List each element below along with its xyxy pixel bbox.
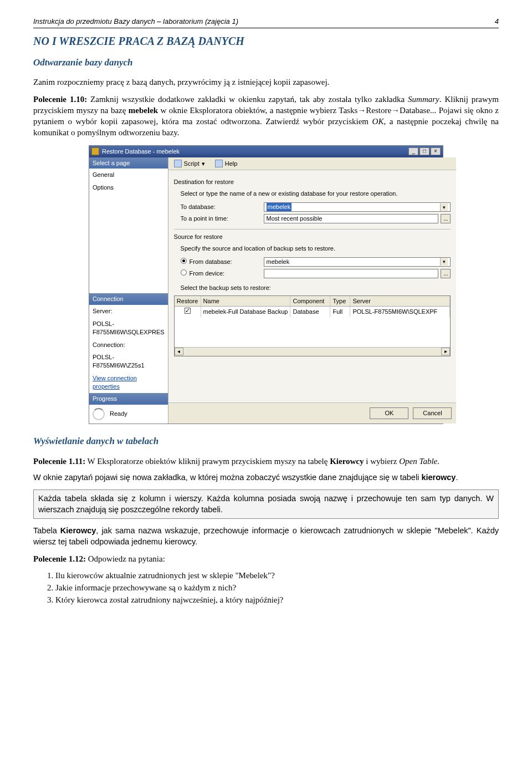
t: Odpowiedz na pytania:	[86, 554, 165, 563]
cell-server: POLSL-F8755MI6W\SQLEXPF	[350, 307, 450, 317]
from-device-radio[interactable]	[181, 269, 187, 276]
backup-sets-grid[interactable]: Restore Name Component Type Server mebel…	[174, 295, 451, 356]
t: OK	[372, 117, 384, 126]
script-icon	[174, 160, 182, 167]
list-item: Ilu kierowców aktualnie zatrudnionych je…	[55, 570, 499, 581]
restore-checkbox[interactable]	[185, 308, 191, 314]
minimize-button[interactable]: _	[408, 147, 418, 155]
close-button[interactable]: ×	[431, 147, 441, 155]
list-item: Który kierowca został zatrudniony najwcz…	[55, 594, 499, 605]
from-device-browse-button[interactable]: ...	[441, 269, 451, 278]
maximize-button[interactable]: □	[420, 147, 429, 155]
t: Kierowcy	[60, 526, 96, 535]
from-database-label: From database:	[190, 258, 264, 266]
titlebar[interactable]: Restore Database - mebelek _ □ ×	[89, 146, 443, 157]
server-value: POLSL-F8755MI6W\SQLEXPRES	[89, 318, 168, 339]
connection-header: Connection	[89, 293, 168, 305]
script-button[interactable]: Script ▾	[172, 159, 207, 169]
help-icon	[215, 160, 223, 167]
server-label: Server:	[89, 305, 168, 318]
t: , jak sama nazwa wskazuje, przechowuje i…	[33, 526, 499, 546]
cmd-label: Polecenie 1.12:	[33, 554, 86, 563]
select-page-header: Select a page	[89, 157, 168, 169]
window-title: Restore Database - mebelek	[102, 147, 180, 156]
progress-ready: Ready	[89, 405, 168, 424]
todb-value: mebelek	[267, 203, 292, 211]
table-row[interactable]: mebelek-Full Database Backup Database Fu…	[175, 307, 451, 317]
t: kierowcy	[421, 473, 456, 482]
scroll-right-icon[interactable]: ▸	[441, 348, 450, 355]
cancel-button[interactable]: Cancel	[413, 407, 452, 419]
script-label: Script	[184, 160, 200, 168]
col-restore: Restore	[175, 296, 201, 307]
connection-value: POLSL-F8755MI6W\Z25s1	[89, 351, 168, 372]
t: Kierowcy	[330, 457, 364, 466]
pit-input[interactable]: Most recent possible	[264, 214, 439, 223]
progress-text: Ready	[110, 410, 127, 416]
heading-main: NO I WRESZCIE PRACA Z BAZĄ DANYCH	[33, 34, 499, 49]
from-device-input[interactable]	[264, 269, 439, 278]
restore-dialog: Restore Database - mebelek _ □ × Select …	[89, 145, 443, 424]
dialog-toolbar: Script ▾ Help	[168, 157, 457, 171]
t: i wybierz	[364, 457, 400, 466]
heading-tables: Wyświetlanie danych w tabelach	[33, 435, 499, 448]
t: Open Table	[399, 457, 437, 466]
grid-scrollbar[interactable]: ◂ ▸	[175, 347, 451, 356]
cmd-label: Polecenie 1.10:	[33, 95, 87, 104]
pit-label: To a point in time:	[181, 215, 264, 223]
dialog-buttons: OK Cancel	[168, 402, 457, 424]
polecenie-112: Polecenie 1.12: Odpowiedz na pytania:	[33, 553, 499, 564]
t: Summary	[408, 95, 439, 104]
page-general[interactable]: General	[89, 169, 168, 181]
t: mebelek	[129, 106, 158, 115]
from-device-label: From device:	[190, 269, 264, 278]
dropdown-icon: ▾	[202, 160, 205, 168]
cmd-label: Polecenie 1.11:	[33, 457, 85, 466]
col-name: Name	[201, 296, 291, 307]
cell-type: Full	[330, 307, 350, 317]
t: Tabela	[33, 526, 60, 535]
t: Zamknij wszystkie dodatkowe zakładki w o…	[87, 95, 408, 104]
t: .	[456, 473, 458, 482]
connection-label: Connection:	[89, 339, 168, 351]
help-label: Help	[225, 160, 238, 168]
grid-header: Restore Name Component Type Server	[175, 296, 451, 307]
col-server: Server	[350, 296, 450, 307]
page-options[interactable]: Options	[89, 181, 168, 194]
col-type: Type	[330, 296, 350, 307]
page-header: Instrukcja do przedmiotu Bazy danych – l…	[33, 17, 499, 28]
chevron-down-icon[interactable]: ▾	[440, 258, 448, 266]
pit-value: Most recent possible	[267, 215, 323, 223]
col-component: Component	[290, 296, 330, 307]
intro-para: Zanim rozpoczniemy pracę z bazą danych, …	[33, 77, 499, 88]
chevron-down-icon[interactable]: ▾	[440, 203, 448, 211]
dest-title: Destination for restore	[174, 178, 451, 186]
help-button[interactable]: Help	[213, 159, 240, 169]
left-panel: Select a page General Options Connection…	[89, 157, 168, 424]
header-page: 4	[495, 17, 499, 27]
pit-browse-button[interactable]: ...	[441, 214, 451, 223]
list-item: Jakie informacje przechowywane są o każd…	[55, 582, 499, 593]
ok-button[interactable]: OK	[370, 407, 408, 419]
dest-hint: Select or type the name of a new or exis…	[181, 190, 451, 198]
tab-info: W oknie zapytań pojawi się nowa zakładka…	[33, 472, 499, 483]
cell-name: mebelek-Full Database Backup	[201, 307, 291, 317]
note-box: Każda tabela składa się z kolumn i wiers…	[33, 490, 499, 519]
from-database-value: mebelek	[267, 258, 290, 266]
src-hint: Specify the source and location of backu…	[181, 244, 451, 253]
progress-header: Progress	[89, 393, 168, 405]
polecenie-111: Polecenie 1.11: W Eksploratorze obiektów…	[33, 456, 499, 467]
from-database-radio[interactable]	[181, 258, 187, 264]
t: .	[437, 457, 439, 466]
select-backup-label: Select the backup sets to restore:	[181, 284, 451, 292]
scroll-left-icon[interactable]: ◂	[175, 348, 183, 355]
src-title: Source for restore	[174, 233, 451, 241]
todb-input[interactable]: mebelek ▾	[264, 202, 451, 212]
from-database-input[interactable]: mebelek ▾	[264, 257, 451, 267]
todb-label: To database:	[181, 203, 264, 211]
t: W oknie zapytań pojawi się nowa zakładka…	[33, 473, 421, 482]
progress-spinner-icon	[93, 408, 105, 420]
view-connection-link[interactable]: View connection properties	[93, 375, 137, 390]
questions-list: Ilu kierowców aktualnie zatrudnionych je…	[33, 570, 499, 606]
polecenie-110: Polecenie 1.10: Zamknij wszystkie dodatk…	[33, 94, 499, 139]
